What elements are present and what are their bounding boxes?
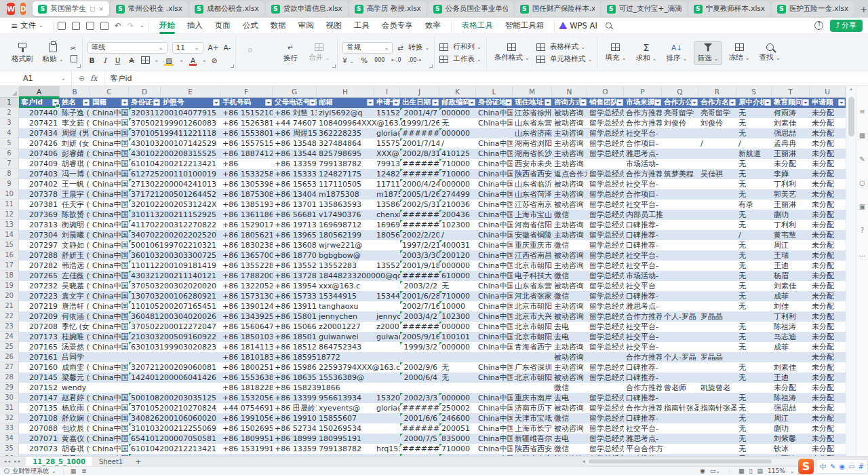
cell[interactable]: 102300 [439, 220, 476, 230]
cell[interactable]: 留学总经办 [587, 373, 624, 383]
cell[interactable]: 刘素佳 [772, 362, 810, 373]
name-box[interactable]: A1 ⌄ [0, 71, 72, 86]
cell[interactable]: 北京市朝阳 [513, 332, 552, 342]
cell[interactable]: 返点合作方 [552, 169, 587, 179]
cell[interactable] [736, 311, 772, 322]
cell[interactable]: 207161 [19, 352, 60, 362]
ime-pen-icon[interactable]: ✎ [830, 463, 835, 470]
cell[interactable]: 未分配 [810, 291, 846, 301]
cell[interactable]: 130703200106280921 [129, 291, 161, 301]
cell[interactable]: 207208 [19, 322, 60, 332]
header-cell[interactable]: 客户id [19, 98, 60, 108]
cell[interactable]: 630103199903020823 [129, 342, 161, 352]
cell[interactable]: 主动咨询 [552, 362, 587, 373]
cell[interactable]: 未分配 [810, 423, 846, 434]
cell[interactable]: 2002/9/6 [400, 362, 439, 373]
cell[interactable]: 王丽淋 [772, 149, 810, 159]
cell[interactable]: 207434 [19, 128, 60, 138]
zoom-level[interactable]: 115% [768, 468, 785, 474]
cell[interactable]: 2001/9/18 [400, 261, 439, 271]
wps-ai-label[interactable]: WPS AI [570, 21, 597, 31]
cell[interactable]: 山东省济南 [513, 128, 552, 138]
header-cell[interactable]: 邮政编码 [439, 98, 476, 108]
cell[interactable]: China中国 [90, 444, 129, 454]
cell[interactable]: 新疆维吾尔 [513, 434, 552, 444]
cell[interactable]: z20001227 [374, 322, 400, 332]
cell[interactable]: China中国 [90, 454, 129, 456]
search-icon[interactable] [606, 22, 612, 28]
cell[interactable] [513, 383, 552, 393]
cell[interactable]: 口碑推荐- [624, 240, 662, 250]
cell[interactable]: +86 1370140948 [273, 200, 317, 210]
cell[interactable]: 未分配 [810, 149, 846, 159]
cell[interactable]: 110105200207165451 [129, 301, 161, 311]
cell[interactable] [161, 352, 220, 362]
cell[interactable]: 留学总经办 [587, 250, 624, 261]
file-menu[interactable]: ≡ 文件 ⌄ [5, 20, 49, 31]
cell[interactable]: 340702200202202520 [129, 230, 161, 240]
cell[interactable]: 2002/5/31 [400, 200, 439, 210]
cell[interactable]: 151521001 [374, 108, 400, 118]
cell[interactable]: 微信 [552, 413, 587, 423]
cell[interactable]: 陕西省西安 [513, 169, 552, 179]
cell[interactable]: 北京市朝阳 [513, 322, 552, 332]
cell[interactable]: 王丽淋 [772, 200, 810, 210]
cell[interactable]: 未分配 [810, 220, 846, 230]
cell[interactable]: 207265 [19, 271, 60, 281]
cell[interactable]: 被动咨询 [552, 373, 587, 383]
cell[interactable]: 合作方推荐 [624, 311, 662, 322]
cell[interactable]: +86 18002510 [220, 362, 273, 373]
cell[interactable]: / [439, 230, 476, 240]
row-number[interactable]: 17 [0, 261, 19, 271]
thousand-separator-icon[interactable]: 000 [374, 57, 384, 63]
cell[interactable]: 207165 [19, 342, 60, 352]
cell[interactable]: 河北省张家 [513, 291, 552, 301]
cell[interactable]: 合作项目- [624, 189, 662, 200]
cell[interactable] [662, 373, 698, 383]
cell[interactable]: China中国 [90, 322, 129, 332]
cell[interactable]: China中国 [90, 210, 129, 220]
cell[interactable]: 被动咨询 [552, 281, 587, 291]
ime-mic-icon[interactable]: ◉ [839, 463, 845, 470]
context-tab-智能工具箱[interactable]: 智能工具箱 [499, 20, 551, 31]
cell[interactable]: 留学总经办 [587, 179, 624, 189]
cell[interactable]: 左佳薇 (女 [60, 271, 90, 281]
cell[interactable]: 新航道 [736, 149, 772, 159]
row-number[interactable]: 34 [0, 434, 19, 444]
cell[interactable]: 山东省菏泽 [513, 189, 552, 200]
cell[interactable]: 320311200104077915 [129, 108, 161, 118]
cell[interactable]: 电子科技大 [513, 271, 552, 281]
cell[interactable]: 主动咨询 [552, 230, 587, 240]
cell[interactable]: 169698712 [374, 220, 400, 230]
cell[interactable]: 梁馨元 (女 [60, 373, 90, 383]
cell[interactable]: 710000 [439, 169, 476, 179]
cell[interactable]: 10000 [439, 301, 476, 311]
cell[interactable]: 2005/9/16 [400, 332, 439, 342]
cell[interactable]: 610104200212213421 [129, 159, 161, 169]
cell[interactable]: 王迪 [772, 261, 810, 271]
row-number[interactable]: 31 [0, 403, 19, 413]
sheet-nav-arrows[interactable]: ◂◂ ▸▸ [0, 459, 26, 464]
cell[interactable]: +86 13611860 [220, 210, 273, 220]
header-cell[interactable]: 出生日期 [400, 98, 439, 108]
cell[interactable]: 未分配 [810, 454, 846, 456]
cell[interactable]: 2000/6/4 [400, 373, 439, 383]
cell[interactable]: 凯旋曾老 [698, 383, 736, 393]
cell[interactable]: 124827175 [374, 169, 400, 179]
column-header-C[interactable]: C [90, 86, 129, 98]
cell[interactable]: China中国 [90, 413, 129, 423]
cell[interactable]: 未分配 [810, 230, 846, 240]
cell[interactable]: 371721200501264452 [129, 189, 161, 200]
cell[interactable] [374, 240, 400, 250]
cell[interactable]: ######## [400, 322, 439, 332]
cell[interactable] [374, 373, 400, 383]
cell[interactable]: 未分配 [810, 281, 846, 291]
cell[interactable]: +86 1573313016 [273, 291, 317, 301]
cell[interactable]: 青海省西宁 [513, 342, 552, 352]
cell[interactable]: 陈歆赟 (女 [60, 210, 90, 220]
cell[interactable]: 合作方推荐 [624, 383, 662, 393]
upload-cloud-icon[interactable] [814, 21, 823, 30]
cell[interactable]: 000000 [439, 393, 476, 403]
page-view-icon[interactable]: ▯ [749, 468, 753, 474]
cell[interactable]: 400031 [439, 240, 476, 250]
